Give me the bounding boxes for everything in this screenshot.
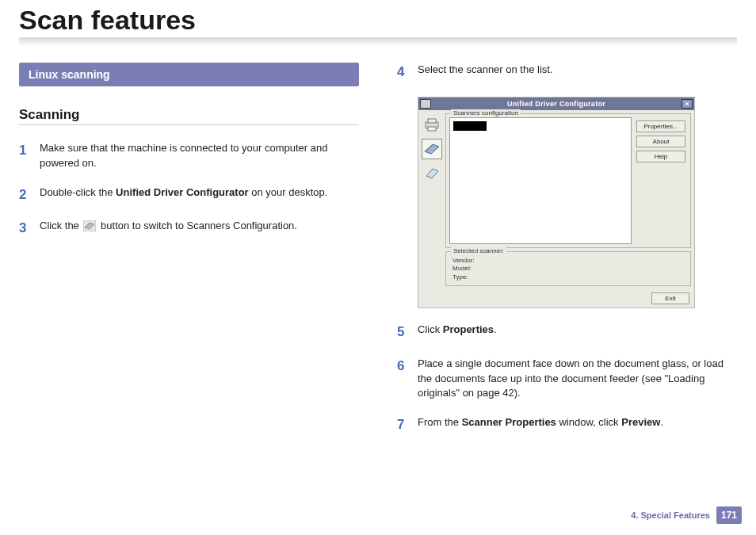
text-segment: window, click — [556, 416, 621, 428]
step-text: Select the scanner on the list. — [418, 63, 737, 78]
step-2: 2 Double-click the Unified Driver Config… — [19, 185, 359, 205]
text-bold: Unified Driver Configurator — [116, 186, 249, 198]
figure-footer: Exit — [418, 289, 694, 308]
step-3: 3 Click the button to switch to Scanners… — [19, 219, 359, 239]
figure-button-column: Properties... About Help — [636, 120, 685, 162]
step-text: Click Properties. — [418, 323, 737, 338]
step-text: Make sure that the machine is connected … — [40, 141, 359, 171]
step-number: 4 — [397, 63, 418, 82]
step-1: 1 Make sure that the machine is connecte… — [19, 141, 359, 171]
footer-chapter: 4. Special Features — [631, 510, 710, 520]
text-segment: Click — [418, 323, 443, 335]
printer-tab-icon[interactable] — [422, 115, 442, 136]
svg-rect-2 — [428, 119, 436, 123]
figure-main: Scanners configuration Properties... Abo… — [444, 112, 693, 288]
section-bar-linux-scanning: Linux scanning — [19, 63, 359, 86]
page-number-badge: 171 — [716, 506, 742, 524]
scanner-config-icon — [83, 220, 96, 231]
step-number: 6 — [397, 357, 418, 376]
text-bold: Scanner Properties — [462, 416, 556, 428]
selected-scanner-info: Vendor: Model: Type: — [451, 255, 685, 282]
window-title: Unified Driver Configurator — [431, 100, 682, 108]
step-number: 3 — [19, 219, 40, 239]
page-title: Scan features — [0, 0, 756, 37]
window-icon — [420, 99, 431, 109]
step-5: 5 Click Properties. — [397, 323, 737, 342]
text-segment: Click the — [40, 220, 82, 231]
close-icon[interactable]: × — [682, 99, 693, 109]
figure-titlebar: Unified Driver Configurator × — [418, 97, 694, 110]
figure-body: Scanners configuration Properties... Abo… — [418, 110, 694, 289]
right-column: 4 Select the scanner on the list. Unifie… — [397, 63, 737, 449]
model-label: Model: — [452, 265, 684, 273]
group-selected-scanner: Selected scanner: Vendor: Model: Type: — [445, 251, 691, 286]
about-button[interactable]: About — [636, 136, 685, 147]
list-item[interactable] — [453, 121, 487, 131]
text-bold: Properties — [443, 323, 494, 335]
step-text: Double-click the Unified Driver Configur… — [40, 185, 359, 201]
step-text: Place a single document face down on the… — [418, 357, 737, 402]
step-text: From the Scanner Properties window, clic… — [418, 415, 737, 430]
subheading-underline — [19, 124, 359, 125]
step-7: 7 From the Scanner Properties window, cl… — [397, 415, 737, 435]
group-label: Scanners configuration — [451, 109, 521, 117]
step-4: 4 Select the scanner on the list. — [397, 63, 737, 82]
step-number: 7 — [397, 415, 418, 435]
step-number: 1 — [19, 141, 40, 161]
text-segment: . — [494, 323, 497, 335]
title-underline — [19, 37, 737, 48]
left-column: Linux scanning Scanning 1 Make sure that… — [19, 63, 359, 449]
group-scanners-configuration: Scanners configuration Properties... Abo… — [445, 113, 691, 248]
group-label: Selected scanner: — [451, 247, 506, 254]
text-segment: From the — [418, 416, 462, 428]
svg-rect-3 — [428, 127, 436, 131]
properties-button[interactable]: Properties... — [636, 120, 685, 132]
step-number: 2 — [19, 185, 40, 205]
ports-tab-icon[interactable] — [422, 162, 442, 183]
text-segment: Double-click the — [40, 186, 116, 198]
scanner-listbox[interactable] — [449, 117, 632, 244]
step-number: 5 — [397, 323, 418, 342]
text-segment: on your desktop. — [249, 186, 328, 198]
content-columns: Linux scanning Scanning 1 Make sure that… — [0, 63, 756, 449]
figure-sidebar — [420, 112, 444, 288]
exit-button[interactable]: Exit — [651, 292, 689, 304]
text-segment: . — [660, 416, 663, 428]
vendor-label: Vendor: — [452, 257, 684, 266]
figure-unified-driver-configurator: Unified Driver Configurator × — [418, 97, 695, 308]
scanner-tab-icon[interactable] — [422, 139, 442, 159]
text-bold: Preview — [621, 416, 660, 428]
help-button[interactable]: Help — [636, 151, 685, 162]
type-label: Type: — [452, 273, 684, 282]
subheading-scanning: Scanning — [19, 107, 359, 123]
page-footer: 4. Special Features 171 — [631, 506, 742, 524]
step-text: Click the button to switch to Scanners C… — [40, 219, 359, 234]
step-6: 6 Place a single document face down on t… — [397, 357, 737, 402]
text-segment: button to switch to Scanners Configurati… — [101, 220, 297, 231]
